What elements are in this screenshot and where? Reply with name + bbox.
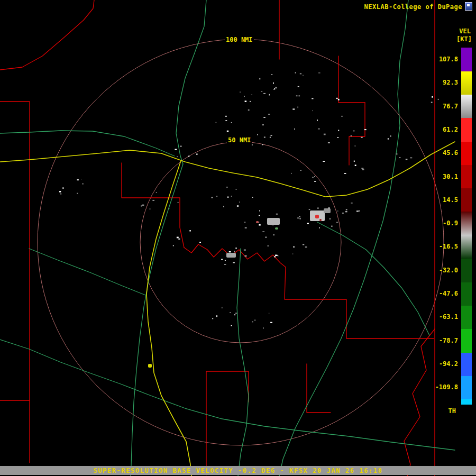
- brand-title: NEXLAB-College of DuPage: [364, 3, 462, 11]
- colorbar-tick: -16.5: [419, 243, 458, 251]
- radar-display: 100 NMI 50 NMI NEXLAB-College of DuPage …: [0, 0, 476, 476]
- colorbar-segment: [461, 95, 472, 118]
- colorbar-units: [KT]: [456, 35, 472, 43]
- colorbar-tick: 45.6: [419, 149, 458, 157]
- colorbar-tick: -0.9: [419, 219, 458, 227]
- colorbar-segment: [461, 329, 472, 353]
- colorbar-segment: [461, 399, 472, 405]
- colorbar-tick: 14.5: [419, 196, 458, 204]
- colorbar-threshold-label: TH: [448, 407, 456, 415]
- colorbar-tick: 92.3: [419, 79, 458, 87]
- radar-map: [0, 0, 476, 476]
- colorbar-tick: -47.6: [419, 290, 458, 298]
- colorbar-segment: [461, 71, 472, 95]
- colorbar-segment: [461, 188, 472, 212]
- colorbar-segment: [461, 212, 472, 235]
- colorbar-tick: -32.0: [419, 267, 458, 274]
- colorbar-tick: 61.2: [419, 126, 458, 134]
- colorbar-segment: [461, 259, 472, 282]
- colorbar-title: VEL: [459, 28, 471, 35]
- colorbar-segment: [461, 235, 472, 259]
- status-bar: SUPER-RESOLUTION BASE VELOCITY -0.2 DEG …: [0, 466, 476, 475]
- colorbar-tick: 76.7: [419, 103, 458, 111]
- colorbar-segment: [461, 142, 472, 165]
- range-ring-label-50nmi: 50 NMI: [227, 136, 252, 144]
- colorbar-tick: 30.1: [419, 173, 458, 181]
- colorbar-segment: [461, 306, 472, 329]
- range-ring-label-100nmi: 100 NMI: [225, 36, 254, 43]
- velocity-colorbar: [461, 48, 472, 405]
- colorbar-tick: -94.2: [419, 360, 458, 368]
- colorbar-segment: [461, 48, 472, 71]
- colorbar-tick: 107.8: [419, 56, 458, 63]
- status-bar-text: SUPER-RESOLUTION BASE VELOCITY -0.2 DEG …: [93, 467, 382, 474]
- colorbar-tick: -78.7: [419, 337, 458, 345]
- colorbar-tick: -63.1: [419, 313, 458, 321]
- colorbar-segment: [461, 376, 472, 399]
- colorbar-segment: [461, 165, 472, 188]
- colorbar-segment: [461, 282, 472, 306]
- colorbar-tick: -109.8: [419, 383, 458, 391]
- colorbar-segment: [461, 118, 472, 142]
- colorbar-segment: [461, 353, 472, 376]
- cod-logo-icon: [465, 2, 472, 11]
